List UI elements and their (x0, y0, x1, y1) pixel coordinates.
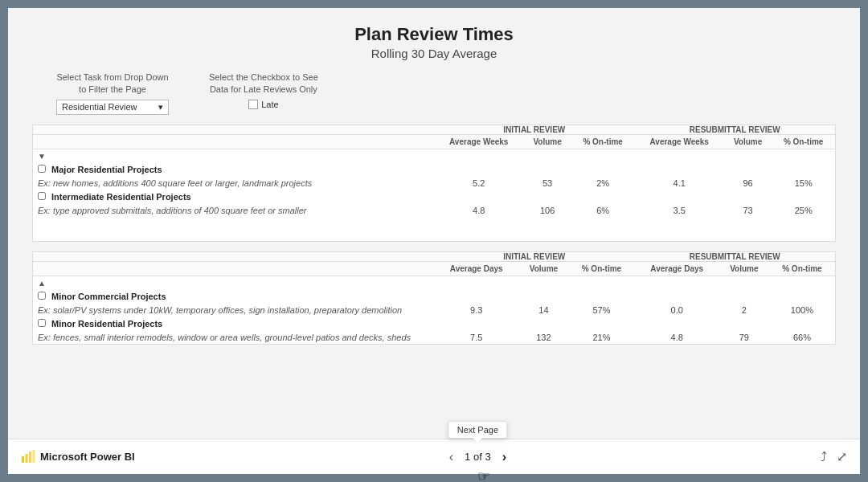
svg-rect-2 (29, 451, 31, 463)
powerbi-logo (21, 450, 35, 464)
collapse-icon-1[interactable]: ▼ (38, 152, 46, 161)
table1-col-ontime-initial: % On-time (571, 134, 635, 149)
svg-rect-1 (26, 454, 28, 463)
svg-rect-3 (33, 450, 35, 463)
table1-col-volume-resub: Volume (724, 134, 772, 149)
page-subtitle: Rolling 30 Day Average (32, 47, 836, 60)
late-filter-label: Select the Checkbox to See Data for Late… (209, 71, 318, 96)
table2-col-volume-resub: Volume (719, 261, 769, 276)
share-button[interactable]: ⤴ (821, 450, 827, 464)
table1-col-volume-initial: Volume (523, 134, 571, 149)
page-indicator: 1 of 3 (465, 451, 491, 463)
late-checkbox-label: Late (261, 100, 278, 109)
table2-category-minor-commercial: Minor Commercial Projects (33, 289, 835, 304)
table2-container: INITIAL REVIEW RESUBMITTAL REVIEW Averag… (32, 251, 836, 345)
table2-row-minor-residential: Ex: fences, small interior remodels, win… (33, 331, 835, 344)
table2-category-minor-residential: Minor Residential Projects (33, 317, 835, 331)
table2-col-ontime-initial: % On-time (568, 261, 634, 276)
prev-page-button[interactable]: ‹ (444, 448, 458, 466)
bottom-bar: Microsoft Power BI Next Page ‹ 1 of 3 › … (8, 439, 860, 474)
table1-initial-header: INITIAL REVIEW (434, 125, 634, 135)
late-checkbox[interactable] (248, 100, 258, 109)
table2-col-ontime-resub: % On-time (769, 261, 835, 276)
table1-col-ontime-resub: % On-time (772, 134, 835, 149)
table2-minor-commercial-checkbox[interactable] (38, 292, 46, 300)
table2-col-avg-days-initial: Average Days (434, 261, 518, 276)
table1-row-major: Ex: new homes, additions 400 square feet… (33, 177, 835, 190)
task-dropdown[interactable]: Residential Review ▾ (56, 100, 169, 115)
task-filter-label: Select Task from Drop Down to Filter the… (56, 71, 168, 96)
table1-container: INITIAL REVIEW RESUBMITTAL REVIEW Averag… (32, 125, 836, 242)
table1-intermediate-checkbox[interactable] (38, 192, 46, 200)
table1-col-avg-weeks-resub: Average Weeks (634, 134, 723, 149)
table2-col-avg-days-resub: Average Days (634, 261, 719, 276)
table1-major-checkbox[interactable] (38, 165, 46, 173)
table2-initial-header: INITIAL REVIEW (434, 252, 634, 262)
table1-col-avg-weeks-initial: Average Weeks (434, 134, 523, 149)
table1-row-intermediate: Ex: type approved submittals, additions … (33, 204, 835, 217)
expand-button[interactable]: ⤢ (837, 449, 847, 464)
table1-category-intermediate: Intermediate Residential Projects (33, 190, 835, 204)
app-name-label: Microsoft Power BI (40, 451, 135, 463)
next-page-tooltip: Next Page (448, 421, 507, 439)
table1-resubmittal-header: RESUBMITTAL REVIEW (634, 125, 835, 135)
table2-col-volume-initial: Volume (518, 261, 568, 276)
page-title: Plan Review Times (32, 24, 836, 45)
table2-resubmittal-header: RESUBMITTAL REVIEW (634, 252, 835, 262)
pagination-controls: Next Page ‹ 1 of 3 › ☞ (444, 448, 511, 466)
collapse-icon-2[interactable]: ▲ (38, 279, 46, 288)
cursor-indicator: ☞ (477, 468, 490, 483)
table1-category-major: Major Residential Projects (33, 162, 835, 177)
next-page-button[interactable]: › (497, 448, 511, 466)
table2-row-minor-commercial: Ex: solar/PV systems under 10kW, tempora… (33, 304, 835, 317)
svg-rect-0 (22, 456, 24, 463)
table2-minor-residential-checkbox[interactable] (38, 319, 46, 327)
